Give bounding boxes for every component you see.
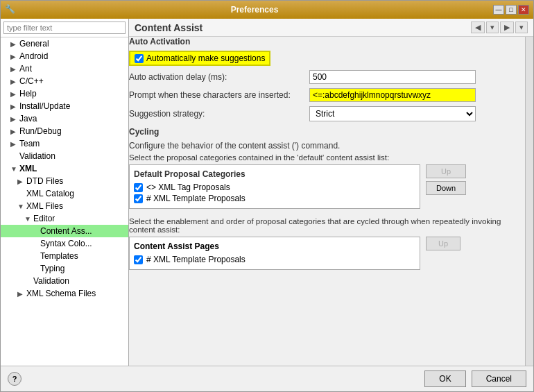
ok-button[interactable]: OK (424, 370, 465, 387)
proposal-checkbox-1[interactable] (134, 194, 143, 203)
tree-item-contentassist[interactable]: Content Ass... (1, 225, 128, 237)
maximize-button[interactable]: □ (506, 5, 517, 15)
tree-item-xmlschema[interactable]: XML Schema Files (1, 287, 128, 300)
tree-item-ant[interactable]: Ant (1, 62, 128, 75)
auto-activation-section: Auto Activation Automatically make sugge… (129, 37, 525, 121)
tree-arrow-rundebug (10, 128, 17, 135)
tree-arrow-editor (24, 215, 31, 223)
tree-item-rundebug[interactable]: Run/Debug (1, 125, 128, 137)
tree-arrow-help (10, 90, 17, 98)
prompt-chars-input[interactable] (309, 88, 476, 102)
panel-header: Content Assist ◀ ▾ ▶ ▾ (129, 19, 533, 37)
tree-label-validation: Validation (19, 151, 55, 161)
auto-suggest-highlight: Automatically make suggestions (129, 51, 270, 66)
auto-suggest-checkbox[interactable] (135, 54, 144, 63)
tree-label-help: Help (19, 89, 37, 99)
tree-item-team[interactable]: Team (1, 137, 128, 150)
proposal-section: Select the proposal categories contained… (129, 153, 525, 213)
panel-content: Auto Activation Automatically make sugge… (129, 37, 525, 366)
proposal-item-1: # XML Template Proposals (134, 193, 415, 204)
proposal-box-title: Default Proposal Categories (134, 169, 415, 179)
pages-section: Select the enablement and order of propo… (129, 217, 525, 270)
tree-label-xml: XML (19, 164, 37, 173)
nav-dropdown-button[interactable]: ▾ (486, 22, 499, 33)
tree-item-xmlcatalog[interactable]: XML Catalog (1, 187, 128, 200)
tree-item-editor[interactable]: Editor (1, 212, 128, 225)
proposal-label-1: # XML Template Proposals (146, 194, 246, 203)
window-controls: — □ ✕ (493, 5, 529, 15)
pages-label-0: # XML Template Proposals (146, 255, 246, 264)
forward-dropdown-button[interactable]: ▾ (515, 22, 528, 33)
auto-suggest-label: Automatically make suggestions (146, 53, 265, 63)
tree-item-general[interactable]: General (1, 37, 128, 50)
preferences-window: 🔧 Preferences — □ ✕ General Android (0, 0, 534, 392)
auto-suggest-row: Automatically make suggestions (129, 51, 525, 66)
help-button[interactable]: ? (8, 372, 21, 386)
bottom-right: OK Cancel (424, 370, 526, 387)
tree-item-install[interactable]: Install/Update (1, 100, 128, 112)
title-bar: 🔧 Preferences — □ ✕ (1, 1, 533, 19)
cycling-section: Cycling Configure the behavior of the co… (129, 127, 525, 151)
activation-delay-label: Auto activation delay (ms): (129, 72, 309, 82)
tree-label-typing: Typing (40, 264, 64, 273)
tree-item-templates[interactable]: Templates (1, 250, 128, 262)
tree-arrow-xml (10, 165, 17, 173)
filter-input[interactable] (3, 22, 126, 34)
close-button[interactable]: ✕ (518, 5, 529, 15)
tree-item-xmlfiles[interactable]: XML Files (1, 200, 128, 212)
proposal-buttons: Up Down (426, 164, 466, 195)
tree-item-android[interactable]: Android (1, 50, 128, 62)
proposals-down-button[interactable]: Down (426, 181, 466, 195)
proposals-up-button[interactable]: Up (426, 164, 466, 178)
main-scrollbar[interactable] (525, 37, 533, 366)
tree-label-rundebug: Run/Debug (19, 126, 62, 136)
tree-label-templates: Templates (40, 251, 78, 261)
tree-label-editor: Editor (33, 214, 55, 223)
suggestion-strategy-row: Suggestion strategy: Strict Lenient (129, 106, 525, 121)
proposal-label-0: <> XML Tag Proposals (146, 182, 230, 192)
tree-arrow-general (10, 40, 17, 48)
tree-label-validation2: Validation (33, 276, 69, 286)
cancel-button[interactable]: Cancel (472, 370, 526, 387)
tree-label-dtdfiles: DTD Files (26, 176, 63, 186)
suggestion-strategy-select[interactable]: Strict Lenient (309, 106, 476, 121)
pages-checkbox-0[interactable] (134, 255, 143, 264)
cycling-title: Cycling (129, 127, 525, 137)
tree-item-dtdfiles[interactable]: DTD Files (1, 175, 128, 187)
tree-arrow-java (10, 115, 17, 123)
tree-item-java[interactable]: Java (1, 112, 128, 125)
tree-arrow-xmlschema (17, 290, 24, 298)
tree-label-team: Team (19, 139, 40, 148)
pages-up-button[interactable]: Up (426, 237, 460, 250)
proposal-box: Default Proposal Categories <> XML Tag P… (129, 164, 420, 209)
back-button[interactable]: ◀ (471, 22, 485, 33)
tree-item-validation2[interactable]: Validation (1, 275, 128, 287)
tree-item-typing[interactable]: Typing (1, 262, 128, 275)
activation-delay-input[interactable] (309, 70, 476, 84)
tree-item-cpp[interactable]: C/C++ (1, 75, 128, 87)
pages-row: Content Assist Pages # XML Template Prop… (129, 237, 525, 270)
tree-label-java: Java (19, 114, 37, 123)
tree-item-validation[interactable]: Validation (1, 150, 128, 162)
tree-label-ant: Ant (19, 64, 32, 74)
prompt-chars-row: Prompt when these characters are inserte… (129, 88, 525, 102)
tree-label-xmlcatalog: XML Catalog (26, 189, 74, 198)
tree-item-xml[interactable]: XML (1, 162, 128, 175)
nav-arrows: ◀ ▾ ▶ ▾ (471, 22, 528, 33)
bottom-bar: ? OK Cancel (1, 366, 533, 391)
activation-delay-row: Auto activation delay (ms): (129, 70, 525, 84)
proposal-checkbox-0[interactable] (134, 183, 143, 192)
tree-arrow-team (10, 140, 17, 148)
forward-button[interactable]: ▶ (500, 22, 514, 33)
minimize-button[interactable]: — (493, 5, 504, 15)
tree-item-help[interactable]: Help (1, 87, 128, 100)
proposal-item-0: <> XML Tag Proposals (134, 182, 415, 193)
tree-label-syntaxcolor: Syntax Colo... (40, 239, 92, 248)
filter-box (1, 19, 128, 37)
tree-arrow-cpp (10, 78, 17, 85)
tree-arrow-dtdfiles (17, 178, 24, 185)
tree-item-syntaxcolor[interactable]: Syntax Colo... (1, 237, 128, 250)
tree-label-xmlfiles: XML Files (26, 201, 63, 211)
pages-box-title: Content Assist Pages (134, 241, 415, 251)
tree-arrow-xmlfiles (17, 203, 24, 210)
